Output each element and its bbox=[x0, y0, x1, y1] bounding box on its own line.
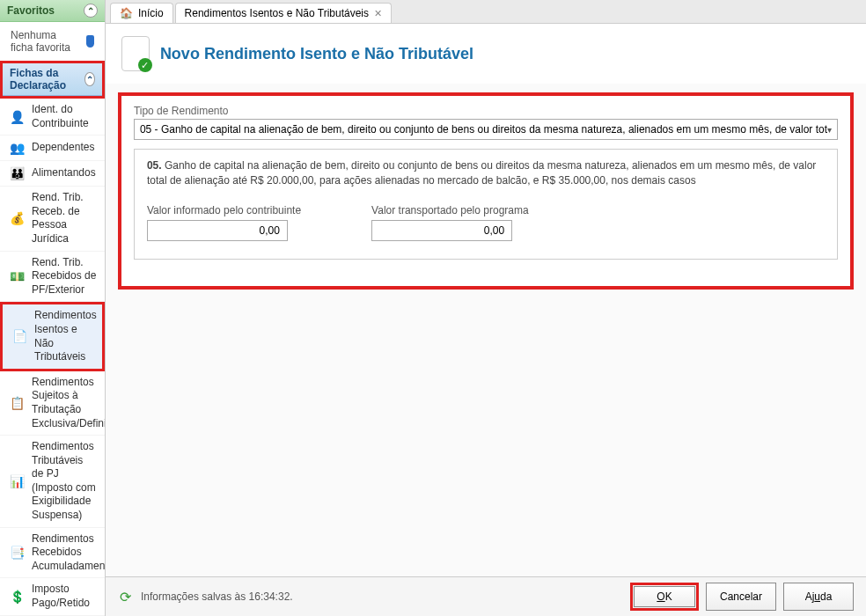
chevron-up-icon[interactable]: ⌃ bbox=[84, 72, 95, 86]
valor-informado-label: Valor informado pelo contribuinte bbox=[147, 204, 301, 216]
shield-icon bbox=[86, 35, 94, 48]
chevron-down-icon: ▾ bbox=[827, 125, 832, 135]
nav-rend-tribut-exclusiva[interactable]: 📋Rendimentos Sujeitos à Tributação Exclu… bbox=[0, 371, 105, 436]
ok-button[interactable]: OK bbox=[634, 586, 695, 607]
ok-highlight: OK bbox=[630, 583, 699, 611]
nav-rend-isentos[interactable]: 📄Rendimentos Isentos e Não Tributáveis bbox=[0, 302, 105, 370]
fichas-label: Fichas da Declaração bbox=[10, 67, 84, 92]
docs-icon: 📑 bbox=[9, 545, 25, 561]
tipo-rendimento-dropdown[interactable]: 05 - Ganho de capital na alienação de be… bbox=[134, 119, 838, 140]
values-row: Valor informado pelo contribuinte Valor … bbox=[147, 204, 825, 241]
refresh-icon: ⟳ bbox=[118, 589, 134, 605]
no-favorite-text: Nenhuma ficha favorita bbox=[0, 22, 105, 61]
fichas-header-highlight: Fichas da Declaração ⌃ bbox=[0, 61, 105, 99]
sidebar: Favoritos ⌃ Nenhuma ficha favorita Ficha… bbox=[0, 0, 106, 616]
nav-list: 👤Ident. do Contribuinte 👥Dependentes 👪Al… bbox=[0, 99, 105, 616]
fichas-header[interactable]: Fichas da Declaração ⌃ bbox=[3, 63, 102, 96]
page-title: Novo Rendimento Isento e Não Tributável bbox=[160, 45, 473, 63]
money-icon: 💰 bbox=[9, 210, 25, 226]
tab-bar: 🏠 Início Rendimentos Isentos e Não Tribu… bbox=[106, 0, 866, 24]
favoritos-header[interactable]: Favoritos ⌃ bbox=[0, 0, 105, 22]
valor-transportado-col: Valor transportado pelo programa bbox=[371, 204, 529, 241]
nav-rend-tribut-pj-suspensa[interactable]: 📊Rendimentos Tributáveis de PJ (Imposto … bbox=[0, 436, 105, 528]
footer-bar: ⟳ Informações salvas às 16:34:32. OK Can… bbox=[106, 576, 866, 616]
favoritos-label: Favoritos bbox=[7, 4, 55, 17]
valor-transportado-input[interactable] bbox=[371, 220, 512, 241]
valor-transportado-label: Valor transportado pelo programa bbox=[371, 204, 529, 216]
document-check-icon bbox=[121, 36, 150, 71]
main-area: 🏠 Início Rendimentos Isentos e Não Tribu… bbox=[106, 0, 866, 616]
document-icon: 📄 bbox=[11, 329, 27, 345]
family-icon: 👪 bbox=[9, 165, 25, 181]
cash-icon: 💵 bbox=[9, 268, 25, 284]
nav-rend-trib-pj[interactable]: 💰Rend. Trib. Receb. de Pessoa Jurídica bbox=[0, 187, 105, 251]
ajuda-button[interactable]: Ajuda bbox=[783, 583, 854, 611]
footer-buttons: OK Cancelar Ajuda bbox=[630, 583, 854, 611]
tab-rendimentos[interactable]: Rendimentos Isentos e Não Tributáveis ✕ bbox=[175, 3, 392, 23]
people-icon: 👥 bbox=[9, 140, 25, 156]
content-area: Tipo de Rendimento 05 - Ganho de capital… bbox=[106, 84, 866, 576]
valor-informado-input[interactable] bbox=[147, 220, 288, 241]
close-icon[interactable]: ✕ bbox=[374, 8, 382, 19]
nav-imposto-pago[interactable]: 💲Imposto Pago/Retido bbox=[0, 578, 105, 615]
nav-dependentes[interactable]: 👥Dependentes bbox=[0, 136, 105, 161]
form-highlight-frame: Tipo de Rendimento 05 - Ganho de capital… bbox=[118, 92, 854, 290]
valor-informado-col: Valor informado pelo contribuinte bbox=[147, 204, 301, 241]
cancelar-button[interactable]: Cancelar bbox=[706, 583, 776, 611]
tab-inicio[interactable]: 🏠 Início bbox=[110, 3, 173, 23]
rendimento-description: 05. Ganho de capital na alienação de bem… bbox=[147, 158, 825, 188]
chevron-up-icon[interactable]: ⌃ bbox=[84, 4, 98, 18]
page-title-bar: Novo Rendimento Isento e Não Tributável bbox=[106, 24, 866, 84]
nav-alimentandos[interactable]: 👪Alimentandos bbox=[0, 161, 105, 187]
person-icon: 👤 bbox=[9, 109, 25, 125]
clipboard-icon: 📋 bbox=[9, 395, 25, 411]
nav-rend-acumulada[interactable]: 📑Rendimentos Recebidos Acumuladamente bbox=[0, 528, 105, 579]
footer-status: ⟳ Informações salvas às 16:34:32. bbox=[118, 589, 293, 605]
home-icon: 🏠 bbox=[120, 7, 133, 19]
nav-rend-trib-pf[interactable]: 💵Rend. Trib. Recebidos de PF/Exterior bbox=[0, 252, 105, 303]
nav-ident-contribuinte[interactable]: 👤Ident. do Contribuinte bbox=[0, 99, 105, 136]
tipo-rendimento-label: Tipo de Rendimento bbox=[134, 105, 838, 117]
dollar-icon: 💲 bbox=[9, 589, 25, 605]
rendimento-detail-box: 05. Ganho de capital na alienação de bem… bbox=[134, 149, 838, 260]
chart-icon: 📊 bbox=[9, 473, 25, 489]
